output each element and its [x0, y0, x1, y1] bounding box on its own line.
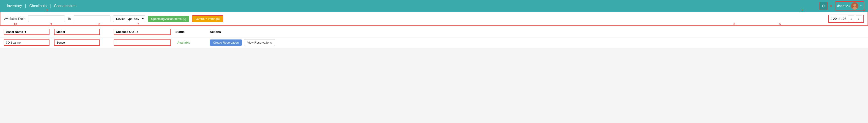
date-to-input[interactable]: [74, 15, 111, 22]
column-header-model: Model: [54, 29, 100, 35]
user-menu[interactable]: dane223 ▼: [835, 1, 864, 10]
cell-checked-out-to: [114, 39, 171, 46]
asset-name-header-label: Asset Name: [6, 30, 23, 34]
asset-sort-icon: ▼: [24, 30, 27, 34]
cell-status: Available: [176, 40, 210, 45]
annotation-1: 1: [46, 8, 48, 12]
create-reservation-button[interactable]: Create Reservation: [210, 39, 242, 46]
cell-model: Sense: [54, 39, 100, 46]
annotation-9: 9: [51, 23, 52, 26]
nav-inventory[interactable]: Inventory: [4, 4, 25, 8]
annotation-2: 2: [802, 8, 803, 12]
notification-icon: ⊙: [822, 3, 826, 8]
pagination-next-button[interactable]: ›: [856, 15, 862, 22]
view-reservations-button[interactable]: View Reservations: [244, 39, 275, 46]
notification-icon-btn[interactable]: ⊙: [819, 2, 828, 10]
date-from-input[interactable]: [28, 15, 65, 22]
cell-asset-name: 3D Scanner: [4, 39, 50, 46]
column-header-status: Status: [176, 30, 210, 34]
nav-consumables[interactable]: Consumables: [51, 4, 80, 8]
svg-point-1: [853, 4, 856, 7]
column-header-actions: Actions: [210, 30, 864, 34]
header-right: ⊙ 3 dane223 ▼: [819, 1, 864, 10]
username-label: dane223: [837, 4, 850, 8]
user-dropdown-arrow: ▼: [860, 5, 862, 7]
table-header-section: 10 9 8 7 6 5 Asset Name ▼ Model Checked …: [0, 27, 868, 37]
column-header-checked-out-to: Checked Out To: [114, 29, 171, 35]
column-header-asset-name[interactable]: Asset Name ▼: [4, 29, 50, 35]
table-body: 3D Scanner Sense Available Create Reserv…: [0, 37, 868, 48]
filter-bar: 1 2 4 Available From To Device Type: Any…: [0, 12, 868, 26]
device-type-select[interactable]: Device Type: Any: [113, 15, 145, 22]
annotation-6: 6: [734, 23, 735, 26]
cell-actions: Create Reservation View Reservations: [210, 39, 864, 46]
nav-checkouts[interactable]: Checkouts: [26, 4, 50, 8]
nav-links: Inventory | Checkouts | Consumables: [4, 4, 819, 8]
top-navigation: Inventory | Checkouts | Consumables ⊙ 3 …: [0, 0, 868, 12]
annotation-3: 3: [830, 4, 832, 8]
to-label: To: [68, 17, 71, 20]
annotation-10: 10: [14, 23, 17, 26]
pagination-prev-button[interactable]: ‹: [848, 15, 854, 22]
avatar: [851, 2, 858, 10]
upcoming-action-items-button[interactable]: Upcoming Action Items (0): [148, 16, 189, 22]
annotation-5: 5: [779, 23, 781, 26]
annotation-8: 8: [98, 23, 100, 26]
table-header: Asset Name ▼ Model Checked Out To Status…: [0, 27, 868, 37]
available-from-label: Available From: [4, 17, 25, 20]
annotation-7: 7: [137, 23, 139, 26]
pagination-info: 1-20 of 125: [830, 17, 846, 20]
pagination-container: 1-20 of 125 ‹ ›: [828, 14, 864, 23]
annotation-4: 4: [863, 8, 865, 12]
overdue-items-button[interactable]: Overdue Items (8): [192, 15, 223, 23]
table-row: 3D Scanner Sense Available Create Reserv…: [0, 37, 868, 48]
